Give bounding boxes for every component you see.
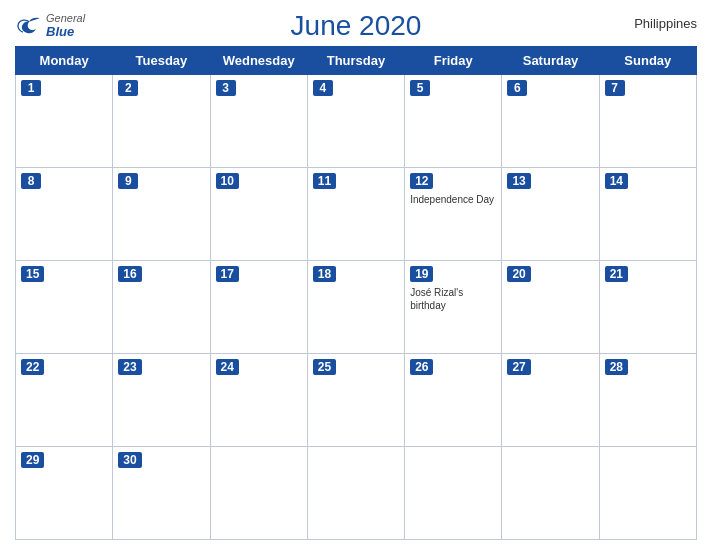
day-number: 26 xyxy=(410,359,433,375)
calendar-cell xyxy=(405,447,502,540)
day-number: 8 xyxy=(21,173,41,189)
calendar-cell: 25 xyxy=(307,354,404,447)
month-title: June 2020 xyxy=(291,10,422,42)
calendar-cell: 1 xyxy=(16,75,113,168)
weekday-header-row: Monday Tuesday Wednesday Thursday Friday… xyxy=(16,47,697,75)
day-number: 11 xyxy=(313,173,336,189)
event-label: Independence Day xyxy=(410,193,496,206)
day-number: 29 xyxy=(21,452,44,468)
calendar-cell: 20 xyxy=(502,261,599,354)
calendar-cell: 6 xyxy=(502,75,599,168)
day-number: 13 xyxy=(507,173,530,189)
calendar-week-row: 89101112Independence Day1314 xyxy=(16,168,697,261)
calendar-cell: 4 xyxy=(307,75,404,168)
calendar-cell: 18 xyxy=(307,261,404,354)
logo: General Blue xyxy=(15,12,85,39)
calendar-week-row: 1234567 xyxy=(16,75,697,168)
calendar-cell xyxy=(307,447,404,540)
day-number: 22 xyxy=(21,359,44,375)
header-sunday: Sunday xyxy=(599,47,696,75)
calendar-cell xyxy=(599,447,696,540)
header-tuesday: Tuesday xyxy=(113,47,210,75)
day-number: 14 xyxy=(605,173,628,189)
day-number: 20 xyxy=(507,266,530,282)
day-number: 18 xyxy=(313,266,336,282)
day-number: 5 xyxy=(410,80,430,96)
calendar-table: Monday Tuesday Wednesday Thursday Friday… xyxy=(15,46,697,540)
day-number: 15 xyxy=(21,266,44,282)
day-number: 30 xyxy=(118,452,141,468)
logo-bird-icon xyxy=(15,16,43,36)
calendar-cell: 27 xyxy=(502,354,599,447)
calendar-cell: 23 xyxy=(113,354,210,447)
header-monday: Monday xyxy=(16,47,113,75)
day-number: 27 xyxy=(507,359,530,375)
calendar-cell: 9 xyxy=(113,168,210,261)
logo-general-text: General xyxy=(46,12,85,24)
calendar-cell: 15 xyxy=(16,261,113,354)
day-number: 1 xyxy=(21,80,41,96)
calendar-cell: 16 xyxy=(113,261,210,354)
calendar-header: General Blue June 2020 Philippines xyxy=(15,10,697,42)
calendar-cell: 24 xyxy=(210,354,307,447)
calendar-cell: 28 xyxy=(599,354,696,447)
header-wednesday: Wednesday xyxy=(210,47,307,75)
day-number: 25 xyxy=(313,359,336,375)
day-number: 2 xyxy=(118,80,138,96)
day-number: 23 xyxy=(118,359,141,375)
calendar-week-row: 22232425262728 xyxy=(16,354,697,447)
day-number: 10 xyxy=(216,173,239,189)
calendar-cell: 26 xyxy=(405,354,502,447)
day-number: 24 xyxy=(216,359,239,375)
day-number: 6 xyxy=(507,80,527,96)
calendar-cell: 11 xyxy=(307,168,404,261)
day-number: 7 xyxy=(605,80,625,96)
calendar-body: 123456789101112Independence Day131415161… xyxy=(16,75,697,540)
calendar-cell: 21 xyxy=(599,261,696,354)
calendar-cell: 8 xyxy=(16,168,113,261)
calendar-cell: 7 xyxy=(599,75,696,168)
calendar-cell: 22 xyxy=(16,354,113,447)
day-number: 12 xyxy=(410,173,433,189)
logo-text: General Blue xyxy=(46,12,85,39)
calendar-cell: 12Independence Day xyxy=(405,168,502,261)
header-saturday: Saturday xyxy=(502,47,599,75)
logo-blue-text: Blue xyxy=(46,24,74,39)
header-friday: Friday xyxy=(405,47,502,75)
calendar-cell: 13 xyxy=(502,168,599,261)
calendar-cell: 29 xyxy=(16,447,113,540)
calendar-week-row: 1516171819José Rizal's birthday2021 xyxy=(16,261,697,354)
calendar-cell xyxy=(502,447,599,540)
day-number: 9 xyxy=(118,173,138,189)
calendar-cell: 10 xyxy=(210,168,307,261)
day-number: 3 xyxy=(216,80,236,96)
event-label: José Rizal's birthday xyxy=(410,286,496,312)
calendar-cell: 5 xyxy=(405,75,502,168)
day-number: 19 xyxy=(410,266,433,282)
day-number: 21 xyxy=(605,266,628,282)
day-number: 17 xyxy=(216,266,239,282)
calendar-week-row: 2930 xyxy=(16,447,697,540)
day-number: 4 xyxy=(313,80,333,96)
day-number: 28 xyxy=(605,359,628,375)
calendar-cell xyxy=(210,447,307,540)
country-label: Philippines xyxy=(634,16,697,31)
day-number: 16 xyxy=(118,266,141,282)
calendar-cell: 19José Rizal's birthday xyxy=(405,261,502,354)
calendar-cell: 2 xyxy=(113,75,210,168)
calendar-cell: 30 xyxy=(113,447,210,540)
header-thursday: Thursday xyxy=(307,47,404,75)
calendar-cell: 17 xyxy=(210,261,307,354)
calendar-cell: 14 xyxy=(599,168,696,261)
calendar-cell: 3 xyxy=(210,75,307,168)
